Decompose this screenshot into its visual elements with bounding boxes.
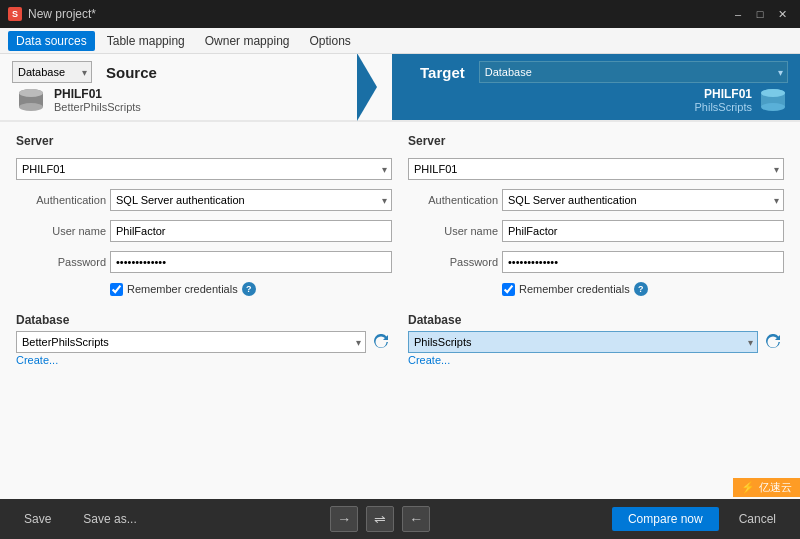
bottom-toolbar: Save Save as... → ⇌ ← Compare now Cancel <box>0 499 800 539</box>
source-username-input[interactable] <box>110 220 392 242</box>
source-arrow <box>357 54 393 120</box>
source-server-row: PHILF01 <box>16 158 392 180</box>
source-auth-row: Authentication SQL Server authentication <box>16 189 392 211</box>
source-remember-row: Remember credentials ? <box>16 282 392 296</box>
save-as-button[interactable]: Save as... <box>71 507 148 531</box>
target-username-row: User name <box>408 220 784 242</box>
source-username-row: User name <box>16 220 392 242</box>
source-remember-label: Remember credentials <box>127 283 238 295</box>
watermark-text: 亿速云 <box>759 480 792 495</box>
target-server-select-wrapper[interactable]: PHILF01 <box>408 158 784 180</box>
source-db-display: BetterPhilsScripts <box>54 101 141 113</box>
source-server-select-wrapper[interactable]: PHILF01 <box>16 158 392 180</box>
arrow-swap-button[interactable]: ⇌ <box>366 506 394 532</box>
target-password-label: Password <box>408 256 498 268</box>
svg-point-8 <box>761 89 785 97</box>
source-database-select-wrapper[interactable]: BetterPhilsScripts <box>16 331 366 353</box>
source-db-type-wrapper[interactable]: Database <box>12 61 92 83</box>
target-auth-select[interactable]: SQL Server authentication <box>502 189 784 211</box>
target-database-select-wrapper[interactable]: PhilsScripts <box>408 331 758 353</box>
target-db-icon <box>758 88 788 112</box>
source-help-icon[interactable]: ? <box>242 282 256 296</box>
compare-now-button[interactable]: Compare now <box>612 507 719 531</box>
source-database-row: BetterPhilsScripts <box>16 331 392 353</box>
arrow-right-button[interactable]: → <box>330 506 358 532</box>
source-db-type-select[interactable]: Database <box>12 61 92 83</box>
target-remember-label: Remember credentials <box>519 283 630 295</box>
target-header: Target Database PHILF01 PhilsScripts <box>392 54 800 120</box>
target-remember-checkbox[interactable] <box>502 283 515 296</box>
source-db-icon <box>16 88 46 112</box>
source-username-label: User name <box>16 225 106 237</box>
close-button[interactable]: ✕ <box>772 5 792 23</box>
target-db-type-wrapper[interactable]: Database <box>479 61 788 83</box>
target-form: Server PHILF01 Authentication SQL Server… <box>408 134 784 367</box>
target-db-display: PhilsScripts <box>695 101 752 113</box>
source-form: Server PHILF01 Authentication SQL Server… <box>16 134 392 367</box>
minimize-button[interactable]: – <box>728 5 748 23</box>
target-refresh-button[interactable] <box>762 331 784 353</box>
source-header: Database Source PHIL <box>0 54 392 120</box>
watermark: ⚡ 亿速云 <box>733 478 800 497</box>
target-password-row: Password <box>408 251 784 273</box>
target-username-label: User name <box>408 225 498 237</box>
svg-marker-4 <box>357 54 377 121</box>
arrow-divider-icon <box>357 54 393 121</box>
arrow-left-icon: ← <box>409 511 423 527</box>
arrow-left-button[interactable]: ← <box>402 506 430 532</box>
target-database-select[interactable]: PhilsScripts <box>408 331 758 353</box>
target-server-select[interactable]: PHILF01 <box>408 158 784 180</box>
target-database-section-title: Database <box>408 313 784 327</box>
tab-options[interactable]: Options <box>301 31 358 51</box>
watermark-icon: ⚡ <box>741 481 755 494</box>
target-auth-select-wrapper[interactable]: SQL Server authentication <box>502 189 784 211</box>
source-remember-checkbox[interactable] <box>110 283 123 296</box>
tab-data-sources[interactable]: Data sources <box>8 31 95 51</box>
source-server-section-title: Server <box>16 134 392 148</box>
source-auth-select[interactable]: SQL Server authentication <box>110 189 392 211</box>
save-button[interactable]: Save <box>12 507 63 531</box>
target-server-row: PHILF01 <box>408 158 784 180</box>
target-password-input[interactable] <box>502 251 784 273</box>
menu-bar: Data sources Table mapping Owner mapping… <box>0 28 800 54</box>
source-database-section-title: Database <box>16 313 392 327</box>
target-create-link[interactable]: Create... <box>408 354 450 366</box>
target-database-row: PhilsScripts <box>408 331 784 353</box>
target-db-info: PHILF01 PhilsScripts <box>420 87 788 113</box>
source-database-select[interactable]: BetterPhilsScripts <box>16 331 366 353</box>
source-create-link[interactable]: Create... <box>16 354 58 366</box>
svg-point-3 <box>19 89 43 97</box>
source-password-label: Password <box>16 256 106 268</box>
source-server-name: PHILF01 <box>54 87 141 101</box>
source-database-section: Database BetterPhilsScripts <box>16 313 392 367</box>
app-icon: S <box>8 7 22 21</box>
main-content: Database Source PHIL <box>0 54 800 499</box>
target-server-name: PHILF01 <box>695 87 752 101</box>
source-password-row: Password <box>16 251 392 273</box>
source-target-header: Database Source PHIL <box>0 54 800 122</box>
source-db-info: PHILF01 BetterPhilsScripts <box>16 87 380 113</box>
maximize-button[interactable]: □ <box>750 5 770 23</box>
cancel-button[interactable]: Cancel <box>727 507 788 531</box>
target-server-section-title: Server <box>408 134 784 148</box>
source-password-input[interactable] <box>110 251 392 273</box>
svg-point-7 <box>761 103 785 111</box>
target-auth-label: Authentication <box>408 194 498 206</box>
target-db-type-select[interactable]: Database <box>479 61 788 83</box>
source-label: Source <box>106 64 157 81</box>
source-server-select[interactable]: PHILF01 <box>16 158 392 180</box>
source-refresh-button[interactable] <box>370 331 392 353</box>
source-auth-select-wrapper[interactable]: SQL Server authentication <box>110 189 392 211</box>
source-auth-label: Authentication <box>16 194 106 206</box>
arrow-swap-icon: ⇌ <box>374 511 386 527</box>
arrow-right-icon: → <box>337 511 351 527</box>
target-label: Target <box>420 64 465 81</box>
tab-owner-mapping[interactable]: Owner mapping <box>197 31 298 51</box>
target-refresh-icon <box>765 334 781 350</box>
target-help-icon[interactable]: ? <box>634 282 648 296</box>
svg-point-2 <box>19 103 43 111</box>
source-refresh-icon <box>373 334 389 350</box>
tab-table-mapping[interactable]: Table mapping <box>99 31 193 51</box>
target-username-input[interactable] <box>502 220 784 242</box>
target-database-section: Database PhilsScripts C <box>408 313 784 367</box>
